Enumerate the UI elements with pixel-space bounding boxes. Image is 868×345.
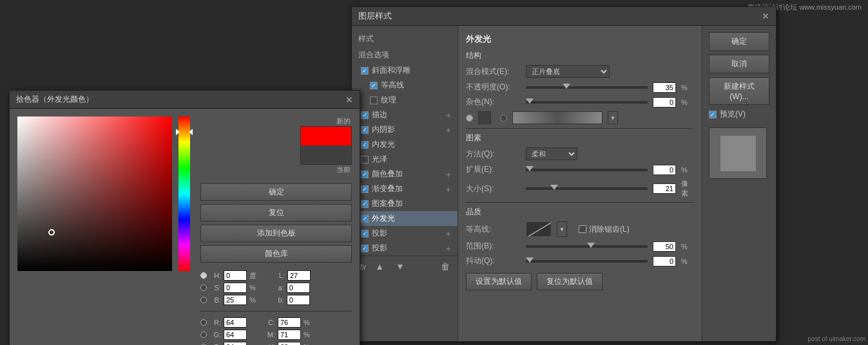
new-style-panel-button[interactable]: 新建样式(W)...: [709, 77, 769, 105]
cancel-panel-button[interactable]: 取消: [709, 55, 769, 73]
s-input[interactable]: [224, 283, 247, 293]
contour-preview[interactable]: [526, 221, 552, 237]
divider: [200, 311, 352, 312]
spread-slider-thumb[interactable]: [526, 166, 534, 171]
jitter-slider-thumb[interactable]: [526, 257, 534, 263]
dialog-body: 样式 混合选项 斜面和浮雕 等高线 纹理 描边 +: [352, 26, 776, 341]
b3-input[interactable]: [287, 295, 310, 305]
style-item-inner-shadow[interactable]: 内阴影 +: [352, 122, 458, 137]
contour-label: 等高线: [381, 80, 404, 91]
jitter-input[interactable]: [653, 256, 676, 266]
style-item-bevel[interactable]: 斜面和浮雕: [352, 63, 458, 78]
range-input[interactable]: [653, 241, 676, 252]
style-item-color-overlay[interactable]: 颜色叠加 +: [352, 167, 458, 182]
preview-checkbox[interactable]: [709, 111, 717, 118]
outer-glow-checkbox[interactable]: [361, 215, 369, 223]
style-item-satin[interactable]: 光泽: [352, 152, 458, 167]
g-input[interactable]: [224, 330, 247, 340]
opacity-slider-track[interactable]: [526, 86, 648, 89]
method-select[interactable]: 柔和: [526, 147, 577, 160]
a-input[interactable]: [287, 283, 310, 293]
reset-default-button[interactable]: 复位为默认值: [537, 273, 603, 290]
h-radio[interactable]: [200, 272, 207, 279]
add-to-palette-button[interactable]: 添加到色板: [200, 225, 352, 242]
b-input[interactable]: [224, 295, 247, 305]
b3-label: b:: [273, 296, 284, 304]
preview-inner: [720, 136, 756, 171]
gradient-overlay-checkbox[interactable]: [361, 185, 369, 193]
b2-input[interactable]: [224, 342, 247, 345]
s-label: S:: [209, 284, 221, 292]
style-item-gradient-overlay[interactable]: 渐变叠加 +: [352, 182, 458, 196]
style-item-contour[interactable]: 等高线: [352, 78, 458, 93]
inner-shadow-checkbox[interactable]: [361, 126, 369, 134]
color-gradient-square[interactable]: [17, 117, 172, 271]
ok-panel-button[interactable]: 确定: [709, 32, 769, 51]
color-library-button[interactable]: 颜色库: [200, 245, 352, 263]
noise-unit: %: [681, 98, 694, 106]
pattern-overlay-checkbox[interactable]: [361, 200, 369, 208]
move-up-button[interactable]: ▲: [372, 260, 387, 273]
opacity-input[interactable]: [653, 82, 676, 93]
s-radio[interactable]: [200, 284, 207, 291]
c-input[interactable]: [278, 317, 301, 328]
m-input[interactable]: [278, 330, 301, 340]
ok-button[interactable]: 确定: [200, 183, 352, 201]
drop-shadow2-checkbox[interactable]: [361, 245, 369, 252]
hue-arrow-right: [189, 129, 193, 135]
style-item-outer-glow[interactable]: 外发光: [352, 211, 458, 226]
size-slider-container: [526, 187, 648, 190]
noise-slider-thumb[interactable]: [526, 98, 534, 104]
y-input[interactable]: [278, 342, 301, 345]
noise-slider-track[interactable]: [526, 101, 648, 104]
set-default-button[interactable]: 设置为默认值: [466, 273, 532, 290]
texture-checkbox[interactable]: [370, 97, 378, 104]
jitter-slider-track[interactable]: [526, 260, 648, 263]
size-slider-track[interactable]: [526, 187, 648, 190]
move-down-button[interactable]: ▼: [393, 260, 407, 273]
spread-input[interactable]: [653, 165, 676, 175]
style-item-texture[interactable]: 纹理: [352, 93, 458, 107]
contour-dropdown-arrow[interactable]: ▼: [557, 221, 567, 237]
gradient-preview[interactable]: [512, 111, 603, 124]
color-picker-close-button[interactable]: ✕: [345, 95, 353, 104]
spread-slider-track[interactable]: [526, 169, 648, 171]
bevel-checkbox[interactable]: [361, 67, 369, 75]
size-unit: 像素: [681, 179, 694, 198]
style-item-pattern-overlay[interactable]: 图案叠加: [352, 196, 458, 211]
blend-mode-select[interactable]: 正片叠底: [526, 65, 610, 78]
b-radio[interactable]: [200, 297, 207, 303]
g-radio[interactable]: [200, 331, 207, 338]
size-slider-thumb[interactable]: [550, 185, 558, 190]
noise-input[interactable]: [653, 97, 676, 107]
range-slider-container: [526, 245, 648, 248]
glow-color-swatch[interactable]: [478, 111, 491, 124]
gradient-radio[interactable]: [500, 115, 507, 122]
style-item-drop-shadow-1[interactable]: 投影 +: [352, 226, 458, 241]
delete-button[interactable]: 🗑: [441, 261, 450, 272]
anti-alias-checkbox[interactable]: [579, 225, 586, 233]
solid-color-radio[interactable]: [466, 115, 473, 122]
h-input[interactable]: [224, 270, 247, 281]
preview-label: 预览(V): [720, 109, 746, 120]
contour-checkbox[interactable]: [370, 82, 378, 89]
style-item-drop-shadow-2[interactable]: 投影 +: [352, 241, 458, 256]
r-input[interactable]: [224, 317, 247, 328]
drop-shadow1-checkbox[interactable]: [361, 230, 369, 238]
l-input[interactable]: [287, 270, 311, 281]
inner-glow-checkbox[interactable]: [361, 141, 369, 149]
opacity-slider-thumb[interactable]: [563, 84, 570, 89]
range-slider-track[interactable]: [526, 245, 648, 248]
stroke-checkbox[interactable]: [361, 111, 369, 119]
satin-checkbox[interactable]: [361, 156, 369, 163]
size-input[interactable]: [653, 183, 676, 194]
color-overlay-checkbox[interactable]: [361, 171, 369, 178]
range-slider-thumb[interactable]: [587, 243, 595, 248]
style-item-inner-glow[interactable]: 内发光: [352, 137, 458, 152]
r-radio[interactable]: [200, 319, 207, 326]
gradient-dropdown-arrow[interactable]: ▼: [608, 111, 618, 124]
layer-style-close-button[interactable]: ✕: [762, 12, 769, 21]
reset-button[interactable]: 复位: [200, 204, 352, 221]
style-item-stroke[interactable]: 描边 +: [352, 107, 458, 122]
hue-slider[interactable]: [178, 117, 190, 271]
